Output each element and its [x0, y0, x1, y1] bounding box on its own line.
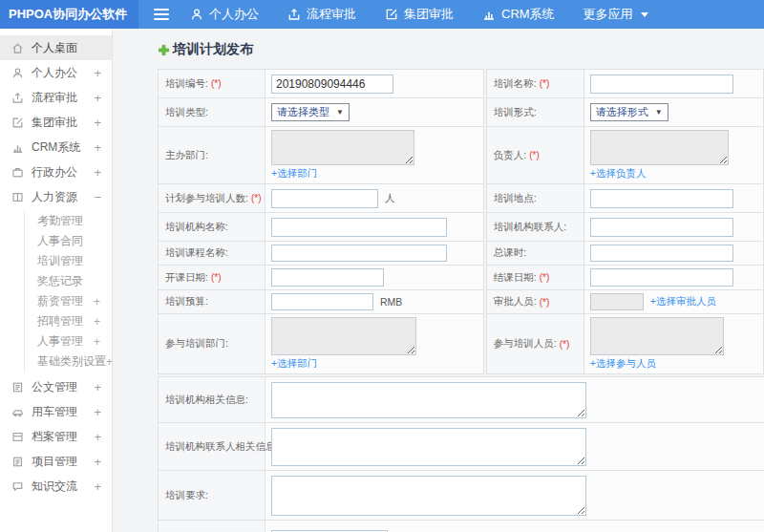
approvers-input[interactable]	[590, 293, 644, 310]
field-label: 开课日期:(*)	[159, 266, 265, 289]
row-end-date: 结课日期:(*)	[487, 266, 763, 290]
row-training-participants: 参与培训人员:(*) +选择参与人员	[487, 314, 763, 373]
field-label: 培训机构联系人:	[487, 213, 584, 241]
sidebar-item-personal-office[interactable]: 个人办公 +	[0, 60, 112, 85]
row-host-department: 主办部门: +选择部门	[159, 127, 483, 184]
row-org-contact: 培训机构联系人:	[487, 213, 763, 242]
nav-group-approval[interactable]: 集团审批	[385, 6, 454, 23]
row-total-hours: 总课时:	[487, 242, 763, 266]
sidebar-subitem-personnel-management[interactable]: 人事管理 +	[25, 331, 112, 351]
row-training-budget: 培训预算: RMB	[159, 290, 483, 314]
select-approvers-link[interactable]: +选择审批人员	[650, 295, 716, 309]
select-person-in-charge-link[interactable]: +选择负责人	[590, 167, 647, 181]
row-training-requirements: 培训要求:	[159, 471, 764, 521]
start-date-input[interactable]	[271, 268, 384, 287]
select-department-link[interactable]: +选择部门	[271, 167, 317, 181]
row-training-location: 培训地点:	[487, 184, 763, 213]
hamburger-menu-icon[interactable]	[154, 6, 169, 23]
select-participants-link[interactable]: +选择参与人员	[590, 357, 656, 371]
field-label: 培训编号:(*)	[159, 70, 265, 97]
nav-personal-office[interactable]: 个人办公	[190, 6, 259, 23]
form-table-bottom: 培训机构相关信息: 培训机构联系人相关信息: 培训要求: 附件文档: +附件上传	[158, 376, 764, 532]
sidebar-item-archive-management[interactable]: 档案管理 +	[0, 424, 112, 449]
document-icon	[11, 381, 24, 394]
row-training-org-name: 培训机构名称:	[159, 213, 483, 242]
field-label: 主办部门:	[159, 127, 265, 183]
org-info-textarea[interactable]	[271, 382, 586, 418]
sidebar-subitem-rewards-punishments[interactable]: 奖惩记录	[25, 271, 112, 291]
host-department-textarea[interactable]	[271, 130, 414, 165]
sidebar-item-knowledge-exchange[interactable]: 知识交流 +	[0, 474, 112, 499]
user-icon	[11, 67, 24, 79]
sidebar-item-official-documents[interactable]: 公文管理 +	[0, 374, 112, 399]
participating-departments-textarea[interactable]	[271, 317, 416, 355]
caret-down-icon	[641, 12, 648, 17]
field-label: 培训要求:	[159, 471, 265, 520]
nav-label: 集团审批	[404, 6, 454, 23]
field-label: 培训形式:	[487, 98, 584, 126]
nav-more-apps[interactable]: 更多应用	[584, 6, 648, 23]
sidebar-subitem-training-management[interactable]: 培训管理	[25, 251, 112, 271]
training-format-select[interactable]: 请选择形式	[590, 103, 668, 121]
training-name-input[interactable]	[590, 74, 733, 94]
sidebar-subitem-base-category-settings[interactable]: 基础类别设置 +	[25, 351, 112, 372]
field-label: 计划参与培训人数:(*)	[159, 184, 265, 212]
planned-participants-input[interactable]	[271, 189, 378, 208]
top-nav: 个人办公 流程审批 集团审批 CRM系统 更多应用	[190, 6, 648, 23]
nav-label: 个人办公	[209, 6, 259, 23]
training-location-input[interactable]	[590, 189, 733, 208]
row-start-date: 开课日期:(*)	[159, 266, 483, 290]
nav-crm-system[interactable]: CRM系统	[482, 6, 555, 23]
training-number-input[interactable]	[271, 74, 393, 94]
training-type-select[interactable]: 请选择类型	[271, 103, 350, 121]
sidebar-item-vehicle-management[interactable]: 用车管理 +	[0, 399, 112, 424]
edit-icon	[385, 8, 398, 21]
form-table-left: 培训编号:(*) 培训类型: 请选择类型 主办部门: +选择部门 计划参与培训人…	[158, 69, 484, 374]
sidebar-subitem-salary-management[interactable]: 薪资管理 +	[25, 291, 112, 311]
row-participating-departments: 参与培训部门: +选择部门	[159, 314, 483, 373]
archive-icon	[11, 431, 24, 443]
sidebar-subitem-recruitment[interactable]: 招聘管理 +	[25, 311, 112, 331]
field-label: 培训机构名称:	[159, 213, 265, 241]
main-content: 培训计划发布 培训编号:(*) 培训类型: 请选择类型 主办部门: +选择部门 …	[114, 29, 764, 532]
edit-icon	[11, 117, 24, 129]
form-table-right: 培训名称:(*) 培训形式: 请选择形式 负责人:(*) +选择负责人 培训地点…	[486, 69, 764, 374]
sidebar-subitem-attendance[interactable]: 考勤管理	[25, 211, 112, 231]
page-title: 培训计划发布	[173, 41, 253, 58]
field-label: 培训类型:	[159, 98, 265, 126]
briefcase-icon	[11, 166, 24, 179]
home-icon	[11, 42, 24, 54]
training-org-name-input[interactable]	[271, 218, 447, 237]
person-in-charge-textarea[interactable]	[590, 130, 729, 165]
total-hours-input[interactable]	[590, 245, 733, 262]
row-org-info: 培训机构相关信息:	[159, 377, 764, 423]
sidebar-item-human-resources[interactable]: 人力资源 −	[0, 184, 112, 209]
field-label: 培训机构联系人相关信息:	[159, 423, 265, 470]
green-plus-icon	[158, 44, 170, 56]
form-columns: 培训编号:(*) 培训类型: 请选择类型 主办部门: +选择部门 计划参与培训人…	[158, 69, 764, 374]
sidebar-item-administrative-office[interactable]: 行政办公 +	[0, 160, 112, 184]
car-icon	[11, 406, 24, 418]
org-contact-info-textarea[interactable]	[271, 428, 586, 466]
app-logo: PHPOA协同办公软件	[0, 0, 138, 29]
org-contact-input[interactable]	[590, 218, 733, 237]
training-participants-textarea[interactable]	[590, 317, 724, 355]
field-label: 结课日期:(*)	[487, 266, 584, 289]
sidebar-item-crm-system[interactable]: CRM系统 +	[0, 135, 112, 160]
sidebar-item-project-management[interactable]: 项目管理 +	[0, 449, 112, 474]
sidebar-item-workflow-approval[interactable]: 流程审批 +	[0, 85, 112, 110]
select-department-link[interactable]: +选择部门	[271, 357, 317, 371]
sidebar-subitem-hr-contract[interactable]: 人事合同	[25, 231, 112, 251]
top-bar: PHPOA协同办公软件 个人办公 流程审批 集团审批 CRM系统	[0, 0, 764, 29]
training-requirements-textarea[interactable]	[271, 476, 586, 516]
row-training-type: 培训类型: 请选择类型	[159, 98, 483, 127]
row-training-format: 培训形式: 请选择形式	[487, 98, 763, 127]
sidebar-item-group-approval[interactable]: 集团审批 +	[0, 110, 112, 135]
course-name-input[interactable]	[271, 245, 447, 262]
field-label: 培训机构相关信息:	[159, 377, 265, 422]
nav-workflow-approval[interactable]: 流程审批	[287, 6, 356, 23]
sidebar-item-personal-desktop[interactable]: 个人桌面	[0, 35, 112, 60]
training-budget-input[interactable]	[271, 293, 373, 310]
end-date-input[interactable]	[590, 268, 733, 287]
field-label: 审批人员:(*)	[487, 290, 584, 313]
